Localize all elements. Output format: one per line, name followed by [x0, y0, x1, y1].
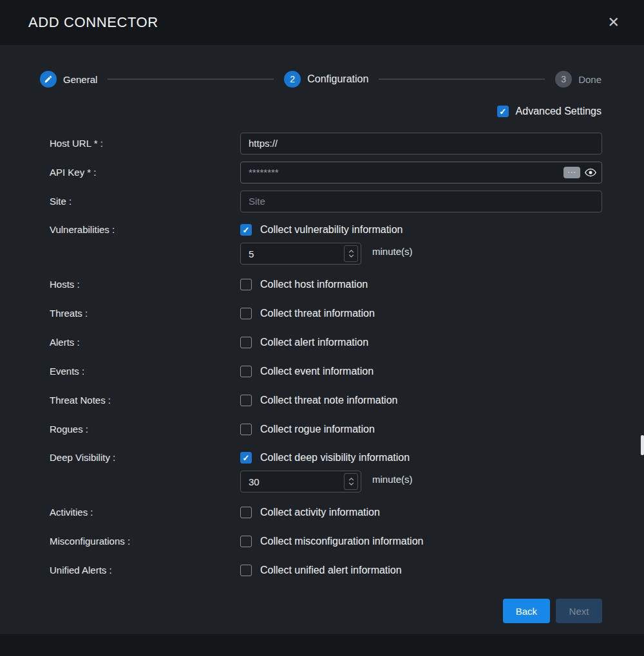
rogues-label: Rogues : — [50, 424, 240, 435]
deep-visibility-interval-row: 30 minute(s) — [240, 465, 602, 492]
misconfigurations-label: Misconfigurations : — [50, 536, 240, 547]
api-key-label: API Key * : — [50, 167, 240, 178]
unified-alerts-label: Unified Alerts : — [50, 565, 240, 576]
vulnerabilities-interval-input[interactable]: 5 — [240, 243, 361, 265]
field-row-misconfigurations: Misconfigurations : Collect misconfigura… — [50, 527, 602, 556]
step-done-label: Done — [578, 74, 601, 85]
modal-header: ADD CONNECTOR ✕ — [0, 0, 644, 45]
hosts-checkbox-label: Collect host information — [260, 279, 368, 290]
modal-title: ADD CONNECTOR — [28, 14, 158, 31]
stepper-arrows[interactable] — [344, 473, 358, 490]
threats-checkbox[interactable] — [240, 308, 252, 319]
vulnerabilities-checkbox-row[interactable]: ✓ Collect vulnerability information — [240, 222, 602, 238]
deep-visibility-checkbox-row[interactable]: ✓ Collect deep visibility information — [240, 450, 602, 465]
field-row-unified-alerts: Unified Alerts : Collect unified alert i… — [50, 556, 602, 585]
deep-visibility-interval-value[interactable]: 30 — [241, 476, 344, 487]
deep-visibility-checkbox-label: Collect deep visibility information — [260, 452, 410, 464]
events-checkbox-label: Collect event information — [260, 366, 374, 377]
advanced-settings-checkbox[interactable]: ✓ — [497, 106, 509, 117]
unified-alerts-checkbox-label: Collect unified alert information — [260, 565, 402, 576]
site-input[interactable] — [240, 191, 602, 212]
field-row-api-key: API Key * : ··· — [50, 158, 602, 187]
threats-label: Threats : — [50, 308, 240, 319]
wizard-stepper: General 2 Configuration 3 Done — [0, 45, 644, 88]
misconfigurations-checkbox[interactable] — [240, 536, 252, 547]
step-done-circle[interactable]: 3 — [555, 71, 572, 88]
activities-checkbox-row[interactable]: Collect activity information — [240, 505, 602, 520]
unified-alerts-checkbox-row[interactable]: Collect unified alert information — [240, 563, 602, 578]
activities-label: Activities : — [50, 507, 240, 518]
vulnerabilities-checkbox[interactable]: ✓ — [240, 224, 252, 236]
misconfigurations-checkbox-row[interactable]: Collect misconfiguration information — [240, 534, 602, 549]
alerts-label: Alerts : — [50, 337, 240, 348]
connector-form: Host URL * : API Key * : ··· — [0, 117, 644, 585]
deep-visibility-interval-input[interactable]: 30 — [240, 471, 361, 492]
vulnerabilities-interval-row: 5 minute(s) — [240, 238, 602, 265]
alerts-checkbox-label: Collect alert information — [260, 337, 368, 348]
field-row-deep-visibility: Deep Visibility : ✓ Collect deep visibil… — [50, 450, 602, 492]
api-key-wrap: ··· — [240, 162, 602, 183]
back-button[interactable]: Back — [503, 599, 550, 623]
modal-body: General 2 Configuration 3 Done ✓ Advance… — [0, 45, 644, 634]
activities-checkbox-label: Collect activity information — [260, 507, 380, 518]
step-done[interactable]: 3 Done — [555, 71, 601, 88]
threat-notes-checkbox-label: Collect threat note information — [260, 395, 397, 406]
close-icon[interactable]: ✕ — [605, 13, 622, 32]
deep-visibility-interval-suffix: minute(s) — [372, 474, 413, 485]
field-row-activities: Activities : Collect activity informatio… — [50, 498, 602, 527]
threat-notes-label: Threat Notes : — [50, 395, 240, 406]
eye-icon[interactable] — [584, 166, 597, 179]
field-row-events: Events : Collect event information — [50, 357, 602, 386]
threat-notes-checkbox-row[interactable]: Collect threat note information — [240, 393, 602, 408]
rogues-checkbox[interactable] — [240, 424, 252, 435]
activities-checkbox[interactable] — [240, 507, 252, 518]
api-key-input[interactable] — [240, 162, 602, 183]
host-url-label: Host URL * : — [50, 138, 240, 149]
chevron-down-icon[interactable] — [348, 482, 354, 485]
field-row-host-url: Host URL * : — [50, 129, 602, 158]
hosts-checkbox[interactable] — [240, 279, 252, 290]
field-row-alerts: Alerts : Collect alert information — [50, 328, 602, 357]
host-url-input[interactable] — [240, 133, 602, 155]
field-row-hosts: Hosts : Collect host information — [50, 270, 602, 299]
step-general-circle[interactable] — [40, 71, 57, 88]
field-row-site: Site : — [50, 187, 602, 216]
next-button[interactable]: Next — [556, 599, 602, 623]
site-label: Site : — [50, 196, 240, 207]
threat-notes-checkbox[interactable] — [240, 395, 252, 406]
scrollbar-thumb[interactable] — [641, 435, 644, 455]
vulnerabilities-label: Vulnerabilities : — [50, 222, 240, 235]
step-configuration-label: Configuration — [307, 73, 368, 85]
vulnerabilities-interval-value[interactable]: 5 — [241, 248, 344, 259]
misconfigurations-checkbox-label: Collect misconfiguration information — [260, 536, 423, 547]
chevron-down-icon[interactable] — [348, 254, 354, 258]
advanced-settings-label: Advanced Settings — [516, 106, 601, 117]
step-configuration-circle[interactable]: 2 — [284, 71, 301, 88]
hosts-checkbox-row[interactable]: Collect host information — [240, 277, 602, 292]
events-checkbox[interactable] — [240, 366, 252, 377]
stepper-arrows[interactable] — [344, 245, 358, 262]
step-configuration[interactable]: 2 Configuration — [284, 71, 368, 88]
chevron-up-icon[interactable] — [348, 250, 354, 253]
step-general[interactable]: General — [40, 71, 97, 88]
field-row-vulnerabilities: Vulnerabilities : ✓ Collect vulnerabilit… — [50, 222, 602, 265]
threats-checkbox-label: Collect threat information — [260, 308, 375, 319]
pencil-icon — [44, 75, 53, 84]
vulnerabilities-checkbox-label: Collect vulnerability information — [260, 224, 402, 236]
deep-visibility-checkbox[interactable]: ✓ — [240, 452, 252, 464]
ellipsis-button[interactable]: ··· — [564, 167, 580, 178]
step-general-label: General — [63, 74, 97, 85]
alerts-checkbox[interactable] — [240, 337, 252, 348]
field-row-rogues: Rogues : Collect rogue information — [50, 415, 602, 444]
alerts-checkbox-row[interactable]: Collect alert information — [240, 335, 602, 350]
vulnerabilities-interval-suffix: minute(s) — [372, 246, 413, 257]
threats-checkbox-row[interactable]: Collect threat information — [240, 306, 602, 321]
unified-alerts-checkbox[interactable] — [240, 565, 252, 576]
deep-visibility-label: Deep Visibility : — [50, 450, 240, 463]
add-connector-modal: ADD CONNECTOR ✕ General 2 Configuration … — [0, 0, 644, 656]
events-checkbox-row[interactable]: Collect event information — [240, 364, 602, 379]
events-label: Events : — [50, 366, 240, 377]
chevron-up-icon[interactable] — [348, 478, 354, 481]
modal-footer: Back Next — [0, 585, 644, 623]
rogues-checkbox-row[interactable]: Collect rogue information — [240, 422, 602, 437]
